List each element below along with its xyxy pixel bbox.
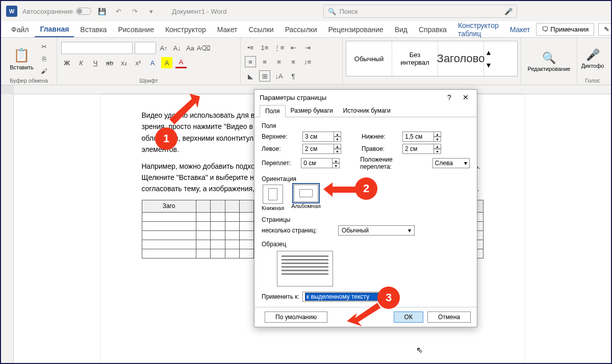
title-bar: W Автосохранение 💾 ↶ ↷ ▾ Документ1 - Wor…: [1, 1, 611, 21]
increase-font-icon[interactable]: A↑: [158, 42, 169, 54]
tab-design[interactable]: Конструктор: [160, 22, 211, 37]
orientation-portrait[interactable]: Книжная: [262, 185, 284, 211]
annotation-1: 1: [155, 127, 177, 150]
tab-help[interactable]: Справка: [414, 22, 452, 37]
top-margin-input[interactable]: ▲▼: [302, 132, 341, 142]
comments-button[interactable]: 🗨 Примечания: [536, 23, 594, 36]
clear-format-icon[interactable]: A⌫: [198, 42, 209, 54]
borders-icon[interactable]: ⊞: [259, 70, 270, 82]
font-name-input[interactable]: [61, 42, 133, 54]
tab-insert[interactable]: Вставка: [75, 22, 112, 37]
tab-home[interactable]: Главная: [35, 22, 74, 37]
redo-icon[interactable]: ↷: [129, 6, 140, 17]
font-group-label: Шрифт: [61, 77, 236, 84]
tab-references[interactable]: Ссылки: [243, 22, 278, 37]
styles-up-icon[interactable]: ▴: [487, 47, 491, 57]
style-heading1[interactable]: Заголово: [438, 41, 484, 76]
tab-source[interactable]: Источник бумаги: [338, 105, 396, 117]
search-input[interactable]: 🔍 Поиск 🎤: [323, 5, 517, 18]
table-header[interactable]: [196, 200, 210, 212]
format-painter-icon[interactable]: 🖌: [39, 65, 50, 76]
line-spacing-icon[interactable]: ↕≡: [302, 56, 313, 67]
help-button[interactable]: ?: [443, 91, 455, 103]
tab-mailings[interactable]: Рассылки: [280, 22, 322, 37]
multilevel-icon[interactable]: ⋮≡: [273, 42, 285, 53]
strike-button[interactable]: ab: [104, 57, 115, 68]
tab-view[interactable]: Вид: [390, 22, 413, 37]
indent-left-icon[interactable]: ⇤: [288, 42, 299, 53]
style-no-spacing[interactable]: Без интервал: [392, 41, 438, 76]
dialog-title-bar: Параметры страницы ? ✕: [254, 90, 477, 105]
tab-margins[interactable]: Поля: [260, 105, 286, 117]
gutter-label: Переплет:: [262, 160, 291, 167]
superscript-button[interactable]: x²: [133, 57, 144, 68]
gutter-input[interactable]: ▲▼: [301, 158, 340, 168]
right-margin-label: Правое:: [362, 145, 392, 152]
bullets-icon[interactable]: •≡: [245, 42, 256, 53]
autosave-toggle[interactable]: Автосохранение: [22, 8, 91, 15]
text-effects-icon[interactable]: A: [147, 57, 158, 68]
paste-button[interactable]: 📋 Вставить: [8, 45, 36, 72]
copy-icon[interactable]: ⎘: [39, 53, 50, 64]
gutter-pos-select[interactable]: Слева▾: [432, 158, 470, 168]
underline-button[interactable]: Ч: [90, 57, 101, 68]
dictate-button[interactable]: 🎤 Диктофо: [579, 46, 606, 71]
undo-icon[interactable]: ↶: [113, 6, 124, 17]
svg-marker-1: [323, 183, 357, 197]
annotation-3: 3: [377, 287, 400, 309]
mic-icon[interactable]: 🎤: [504, 8, 513, 15]
italic-button[interactable]: К: [75, 57, 87, 68]
landscape-icon: [294, 185, 318, 202]
qat-more-icon[interactable]: ▾: [145, 6, 157, 17]
styles-down-icon[interactable]: ▾: [487, 60, 491, 70]
align-left-icon[interactable]: ≡: [245, 56, 256, 67]
annotation-2: 2: [355, 177, 377, 200]
table-header[interactable]: [211, 200, 225, 212]
cancel-button[interactable]: Отмена: [427, 311, 471, 323]
autosave-label: Автосохранение: [22, 8, 73, 15]
editing-menu[interactable]: 🔍 Редактирование: [526, 49, 573, 74]
toggle-icon[interactable]: [76, 8, 91, 15]
justify-icon[interactable]: ≡: [288, 56, 299, 67]
tab-file[interactable]: Файл: [6, 22, 34, 37]
highlight-icon[interactable]: A: [161, 57, 172, 68]
portrait-icon: [263, 185, 283, 204]
subscript-button[interactable]: x₂: [118, 57, 130, 68]
left-margin-input[interactable]: ▲▼: [302, 144, 341, 154]
font-size-input[interactable]: [135, 42, 156, 54]
tab-draw[interactable]: Рисование: [113, 22, 159, 37]
orientation-landscape[interactable]: Альбомная: [291, 185, 321, 211]
show-marks-icon[interactable]: ¶: [288, 70, 299, 82]
bottom-margin-input[interactable]: ▲▼: [402, 132, 441, 142]
apply-to-select[interactable]: к выделенному тексту▾: [302, 292, 384, 302]
tab-layout[interactable]: Макет: [212, 22, 243, 37]
multiple-pages-select[interactable]: Обычный▾: [338, 225, 415, 236]
decrease-font-icon[interactable]: A↓: [171, 42, 183, 54]
shading-icon[interactable]: ◣: [245, 70, 256, 82]
sort-icon[interactable]: ↓A: [273, 70, 285, 82]
table-header[interactable]: [225, 200, 239, 212]
right-margin-input[interactable]: ▲▼: [402, 144, 441, 154]
editing-button[interactable]: ✎ Редактиро: [598, 23, 612, 36]
change-case-icon[interactable]: Aa: [185, 42, 196, 54]
close-button[interactable]: ✕: [460, 91, 472, 103]
tab-paper[interactable]: Размер бумаги: [286, 105, 338, 117]
align-right-icon[interactable]: ≡: [273, 56, 285, 67]
save-icon[interactable]: 💾: [96, 6, 108, 17]
style-normal[interactable]: Обычный: [346, 41, 392, 76]
table-header[interactable]: Заго: [142, 200, 196, 212]
cut-icon[interactable]: ✂: [39, 41, 50, 52]
ok-button[interactable]: ОК: [394, 311, 423, 323]
tab-review[interactable]: Рецензирование: [323, 22, 389, 37]
table-header[interactable]: [239, 200, 253, 212]
vertical-ruler[interactable]: [1, 94, 14, 363]
tab-table-design[interactable]: Конструктор таблиц: [453, 18, 504, 41]
bold-button[interactable]: Ж: [61, 57, 72, 68]
default-button[interactable]: По умолчанию: [265, 311, 327, 323]
styles-gallery[interactable]: Обычный Без интервал Заголово ▴ ▾: [346, 41, 518, 76]
font-color-icon[interactable]: A: [175, 57, 187, 68]
numbering-icon[interactable]: 1≡: [259, 42, 270, 53]
indent-right-icon[interactable]: ⇥: [302, 42, 313, 53]
tab-table-layout[interactable]: Макет: [505, 22, 536, 37]
align-center-icon[interactable]: ≡: [259, 56, 270, 67]
